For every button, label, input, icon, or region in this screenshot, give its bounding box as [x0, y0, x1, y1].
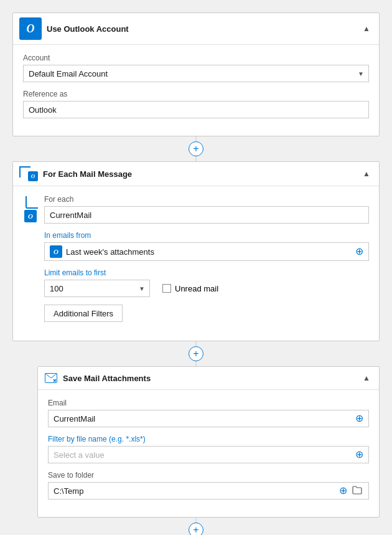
filter-filename-input-row: Select a value ⊕	[48, 446, 369, 463]
outlook-header-left: O Use Outlook Account	[19, 17, 129, 40]
save-folder-plus-button[interactable]: ⊕	[339, 486, 347, 496]
filter-filename-label: Filter by file name (e.g. *.xls*)	[48, 435, 369, 443]
for-each-row: O For each In emails from O Last week's …	[23, 195, 369, 322]
filter-filename-placeholder: Select a value	[54, 450, 355, 460]
for-each-header-left: O For Each Mail Message	[19, 166, 132, 181]
for-each-label: For each	[44, 195, 369, 204]
browse-folder-button[interactable]	[351, 486, 363, 496]
email-field-value: CurrentMail	[54, 414, 355, 424]
for-each-title: For Each Mail Message	[43, 169, 132, 179]
in-emails-label: In emails from	[44, 231, 369, 240]
main-container: O Use Outlook Account ▲ Account Default …	[6, 6, 386, 535]
unread-mail-checkbox[interactable]	[162, 284, 171, 293]
save-attachments-header: Save Mail Attachments ▲	[38, 367, 379, 390]
save-attachments-body: Email CurrentMail ⊕ Filter by file name …	[38, 390, 379, 517]
email-source-row: O Last week's attachments ⊕	[44, 242, 369, 261]
for-each-card-header: O For Each Mail Message ▲	[13, 162, 379, 186]
email-source-icon: O	[50, 245, 62, 258]
outlook-card: O Use Outlook Account ▲ Account Default …	[12, 12, 380, 136]
account-group: Account Default Email Account ▼	[23, 54, 369, 82]
account-select-wrapper: Default Email Account ▼	[23, 65, 369, 82]
limit-select-wrapper: 100 50 200 500 ▼	[44, 280, 150, 297]
additional-filters-group: Additional Filters	[44, 305, 369, 322]
outlook-collapse-button[interactable]: ▲	[360, 23, 373, 34]
email-source-left: O Last week's attachments	[50, 245, 154, 258]
save-mail-icon	[44, 371, 58, 385]
outlook-card-body: Account Default Email Account ▼ Referenc…	[13, 45, 379, 136]
for-each-collapse-button[interactable]: ▲	[360, 168, 373, 179]
reference-group: Reference as	[23, 90, 369, 118]
account-label: Account	[23, 54, 369, 62]
plus-connector-3: +	[12, 518, 380, 535]
filter-filename-group: Filter by file name (e.g. *.xls*) Select…	[48, 435, 369, 463]
save-attachments-header-left: Save Mail Attachments	[44, 371, 151, 385]
in-emails-group: In emails from O Last week's attachments…	[44, 231, 369, 261]
additional-filters-button[interactable]: Additional Filters	[44, 305, 123, 322]
add-step-button-1[interactable]: +	[189, 141, 203, 156]
email-source-plus-button[interactable]: ⊕	[355, 247, 363, 257]
email-field-label: Email	[48, 399, 369, 407]
reference-input[interactable]	[23, 101, 369, 118]
for-each-outlook-icon: O	[28, 171, 38, 181]
for-each-combo-icon: O	[19, 166, 38, 181]
save-folder-input-row: C:\Temp ⊕	[48, 482, 369, 499]
for-each-label-group: For each	[44, 195, 369, 224]
save-folder-group: Save to folder C:\Temp ⊕	[48, 471, 369, 499]
limit-group: Limit emails to first 100 50 200 500 ▼	[44, 268, 369, 297]
for-each-input[interactable]	[44, 206, 369, 224]
for-each-card: O For Each Mail Message ▲ O For each	[12, 161, 380, 341]
corner-arrow-icon	[26, 196, 38, 209]
reference-label: Reference as	[23, 90, 369, 98]
unread-mail-checkbox-row: Unread mail	[162, 284, 218, 293]
for-each-card-body: O For each In emails from O Last week's …	[13, 186, 379, 341]
email-field-group: Email CurrentMail ⊕	[48, 399, 369, 427]
plus-connector-2: +	[12, 341, 380, 366]
unread-mail-label: Unread mail	[175, 284, 218, 293]
outlook-card-title: Use Outlook Account	[47, 24, 129, 34]
save-attachments-title: Save Mail Attachments	[63, 374, 151, 383]
email-source-text: Last week's attachments	[66, 247, 154, 257]
for-each-outlook-sm-icon: O	[24, 210, 37, 222]
email-field-input-row: CurrentMail ⊕	[48, 410, 369, 427]
folder-icon	[352, 486, 362, 495]
for-each-fields: For each In emails from O Last week's at…	[44, 195, 369, 322]
filter-filename-plus-button[interactable]: ⊕	[355, 450, 363, 460]
email-field-plus-button[interactable]: ⊕	[355, 414, 363, 424]
outlook-card-header: O Use Outlook Account ▲	[13, 13, 379, 45]
save-attachments-collapse-button[interactable]: ▲	[360, 372, 373, 384]
add-step-button-2[interactable]: +	[189, 346, 203, 361]
save-folder-label: Save to folder	[48, 471, 369, 480]
account-select[interactable]: Default Email Account	[23, 65, 369, 82]
save-folder-value: C:\Temp	[54, 486, 335, 496]
save-attachments-card: Save Mail Attachments ▲ Email CurrentMai…	[37, 366, 380, 518]
limit-select[interactable]: 100 50 200 500	[44, 280, 150, 297]
add-step-button-3[interactable]: +	[189, 523, 203, 535]
for-each-row-icon-area: O	[23, 196, 38, 222]
outlook-icon-large: O	[19, 17, 42, 40]
envelope-icon	[45, 373, 57, 383]
plus-connector-1: +	[12, 136, 380, 161]
limit-label: Limit emails to first	[44, 268, 369, 277]
limit-row: 100 50 200 500 ▼ Unread mail	[44, 280, 369, 297]
